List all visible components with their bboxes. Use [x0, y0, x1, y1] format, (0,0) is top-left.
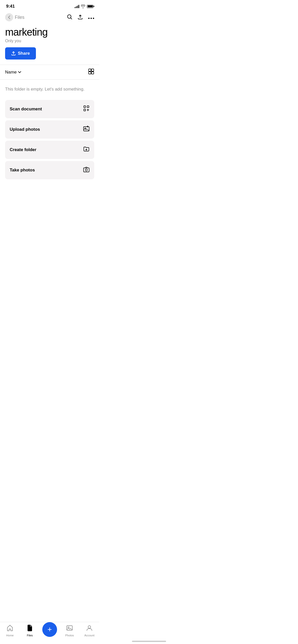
svg-rect-9	[87, 106, 89, 108]
share-button-label: Share	[18, 51, 30, 56]
signal-bars-icon	[75, 5, 79, 8]
page-subtitle: Only you	[5, 39, 94, 43]
svg-point-3	[93, 18, 94, 19]
svg-rect-4	[89, 69, 91, 71]
svg-point-1	[88, 18, 90, 19]
status-bar: 9:41	[0, 0, 99, 11]
create-folder-label: Create folder	[10, 147, 36, 152]
upload-photos-icon	[83, 125, 90, 134]
empty-state: This folder is empty. Let's add somethin…	[0, 80, 99, 97]
view-toggle-icon	[88, 68, 94, 75]
svg-rect-13	[84, 168, 89, 172]
scan-document-item[interactable]: Scan document	[5, 100, 94, 118]
svg-point-14	[85, 169, 87, 171]
chevron-left-icon	[8, 16, 10, 19]
wifi-icon	[81, 5, 85, 8]
take-photos-label: Take photos	[10, 168, 35, 173]
battery-icon	[87, 5, 93, 8]
share-button[interactable]: Share	[5, 47, 36, 60]
back-label: Files	[15, 15, 24, 20]
more-button[interactable]	[88, 14, 94, 20]
sort-name: Name	[5, 70, 17, 75]
page-title-section: marketing Only you Share	[0, 24, 99, 64]
sort-label[interactable]: Name	[5, 70, 21, 75]
header-actions	[67, 14, 94, 21]
upload-photos-label: Upload photos	[10, 127, 40, 132]
status-icons	[75, 5, 93, 8]
upload-photos-item[interactable]: Upload photos	[5, 120, 94, 139]
back-button[interactable]: Files	[5, 13, 24, 21]
svg-rect-6	[89, 72, 91, 74]
share-icon	[11, 51, 16, 56]
page-title: marketing	[5, 26, 94, 38]
search-button[interactable]	[67, 14, 72, 21]
upload-button[interactable]	[77, 14, 83, 21]
create-folder-item[interactable]: Create folder	[5, 141, 94, 159]
status-time: 9:41	[6, 4, 15, 9]
scan-document-label: Scan document	[10, 107, 42, 112]
upload-icon	[77, 14, 83, 20]
svg-point-2	[91, 18, 92, 19]
take-photos-icon	[83, 166, 90, 174]
more-icon	[88, 18, 94, 19]
sort-bar: Name	[0, 65, 99, 80]
svg-rect-8	[84, 106, 86, 108]
svg-rect-7	[91, 72, 94, 74]
empty-state-message: This folder is empty. Let's add somethin…	[5, 87, 94, 92]
take-photos-item[interactable]: Take photos	[5, 161, 94, 179]
svg-rect-10	[84, 109, 86, 111]
back-circle	[5, 13, 13, 21]
header-nav: Files	[0, 11, 99, 24]
chevron-down-icon	[18, 71, 21, 73]
svg-rect-5	[91, 69, 94, 71]
search-icon	[67, 14, 72, 20]
view-toggle-button[interactable]	[88, 68, 94, 76]
create-folder-icon	[83, 146, 90, 154]
svg-rect-11	[84, 127, 89, 131]
action-list: Scan document Upload photos Create folde…	[0, 100, 99, 179]
scan-document-icon	[83, 105, 90, 113]
